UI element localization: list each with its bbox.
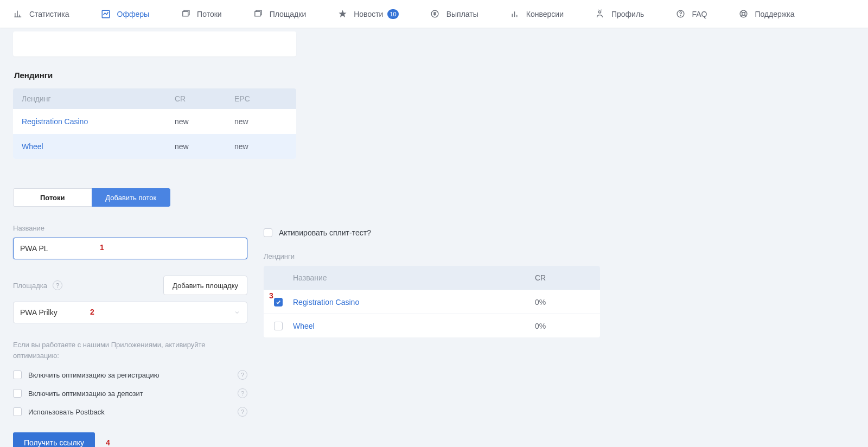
lifebuoy-icon <box>738 9 748 19</box>
news-badge: 10 <box>387 9 398 19</box>
nav-streams[interactable]: Потоки <box>181 9 222 19</box>
svg-line-20 <box>745 11 746 13</box>
nav-label: Выплаты <box>446 10 478 18</box>
opt-reg-label: Включить оптимизацию за регистрацию <box>28 371 159 379</box>
landings-subtitle: Лендинги <box>264 252 600 260</box>
nav-label: Площадки <box>270 10 307 18</box>
checkbox-landing[interactable] <box>274 298 283 306</box>
landing-link[interactable]: Registration Casino <box>293 298 359 306</box>
nav-label: Профиль <box>611 10 644 18</box>
get-link-button[interactable]: Получить ссылку <box>13 432 95 447</box>
nav-label: Офферы <box>117 10 150 18</box>
checkbox-opt-dep[interactable] <box>13 389 22 398</box>
nav-label: Статистика <box>29 10 69 18</box>
nav-label: Новости <box>354 10 383 18</box>
table-row[interactable]: 3 Registration Casino 0% <box>264 290 600 314</box>
cr-value: new <box>175 142 234 151</box>
star-icon <box>337 9 347 19</box>
add-platform-button[interactable]: Добавить площадку <box>163 276 247 295</box>
nav-offers[interactable]: Офферы <box>101 9 150 19</box>
svg-point-12 <box>599 11 601 13</box>
layers-icon <box>181 9 190 19</box>
epc-value: new <box>234 142 296 151</box>
nav-payouts[interactable]: Выплаты <box>430 9 478 19</box>
opt-dep-label: Включить оптимизацию за депозит <box>28 389 143 398</box>
help-icon[interactable]: ? <box>238 407 247 417</box>
svg-point-16 <box>680 16 681 16</box>
person-icon <box>595 9 605 19</box>
help-icon[interactable]: ? <box>53 280 62 290</box>
svg-line-21 <box>741 15 742 17</box>
nav-stats[interactable]: Статистика <box>13 9 69 19</box>
cr-value: 0% <box>535 322 600 330</box>
checkbox-opt-reg[interactable] <box>13 371 22 379</box>
col-name: Название <box>293 273 535 282</box>
svg-rect-5 <box>182 11 188 16</box>
nav-platforms[interactable]: Площадки <box>253 9 307 19</box>
table-row[interactable]: Wheel new new <box>13 134 296 159</box>
landings-table: Лендинг CR EPC Registration Casino new n… <box>13 88 296 159</box>
col-cr: CR <box>175 94 234 103</box>
col-epc: EPC <box>234 94 296 103</box>
nav-label: Поддержка <box>755 10 794 18</box>
chevron-down-icon <box>234 309 240 316</box>
bars-icon <box>510 9 520 19</box>
nav-label: FAQ <box>692 10 707 18</box>
svg-line-19 <box>741 11 742 13</box>
bar-chart-icon <box>13 9 23 19</box>
postback-label: Использовать Postback <box>28 408 105 416</box>
nav-label: Потоки <box>197 10 222 18</box>
landing-link[interactable]: Wheel <box>293 322 315 330</box>
nav-support[interactable]: Поддержка <box>738 9 794 19</box>
help-icon[interactable]: ? <box>238 370 247 380</box>
platform-label: Площадка <box>13 282 47 290</box>
nav-faq[interactable]: FAQ <box>675 9 707 19</box>
platform-select[interactable]: PWA Prilky <box>13 302 247 323</box>
nav-conversions[interactable]: Конверсии <box>510 9 564 19</box>
question-icon <box>675 9 685 19</box>
epc-value: new <box>234 117 296 126</box>
svg-point-18 <box>742 12 745 16</box>
annotation-3: 3 <box>269 291 273 300</box>
cr-value: new <box>175 117 234 126</box>
landings-select-table: Название CR 3 Registration Casino 0% Whe… <box>264 266 600 337</box>
tab-add-stream[interactable]: Добавить поток <box>92 188 171 207</box>
checkbox-postback[interactable] <box>13 407 22 416</box>
landings-title: Лендинги <box>14 71 855 80</box>
select-value: PWA Prilky <box>20 308 58 317</box>
dollar-icon <box>430 9 440 19</box>
optimization-hint: Если вы работаете с нашими Приложениями,… <box>13 340 247 361</box>
help-icon[interactable]: ? <box>238 388 247 398</box>
table-row[interactable]: Registration Casino new new <box>13 109 296 134</box>
cr-value: 0% <box>535 298 600 306</box>
table-row[interactable]: Wheel 0% <box>264 314 600 337</box>
name-input[interactable] <box>13 238 247 259</box>
split-label: Активировать сплит-тест? <box>279 228 371 237</box>
checkbox-landing[interactable] <box>274 322 283 330</box>
tab-streams[interactable]: Потоки <box>13 188 92 207</box>
svg-line-22 <box>745 15 746 17</box>
svg-rect-6 <box>255 11 260 16</box>
layers-icon <box>253 9 263 19</box>
col-cr: CR <box>535 273 600 282</box>
landing-link[interactable]: Wheel <box>22 142 43 151</box>
top-nav: Статистика Офферы Потоки Площадки Новост… <box>0 0 868 28</box>
nav-label: Конверсии <box>526 10 564 18</box>
col-landing: Лендинг <box>13 94 175 103</box>
annotation-4: 4 <box>106 438 110 447</box>
nav-news[interactable]: Новости 10 <box>337 9 398 19</box>
name-label: Название <box>13 224 247 232</box>
top-white-card <box>13 31 296 56</box>
svg-marker-7 <box>339 10 346 17</box>
landing-link[interactable]: Registration Casino <box>22 117 88 126</box>
trend-icon <box>101 9 111 19</box>
checkbox-split-test[interactable] <box>264 228 272 237</box>
nav-profile[interactable]: Профиль <box>595 9 644 19</box>
